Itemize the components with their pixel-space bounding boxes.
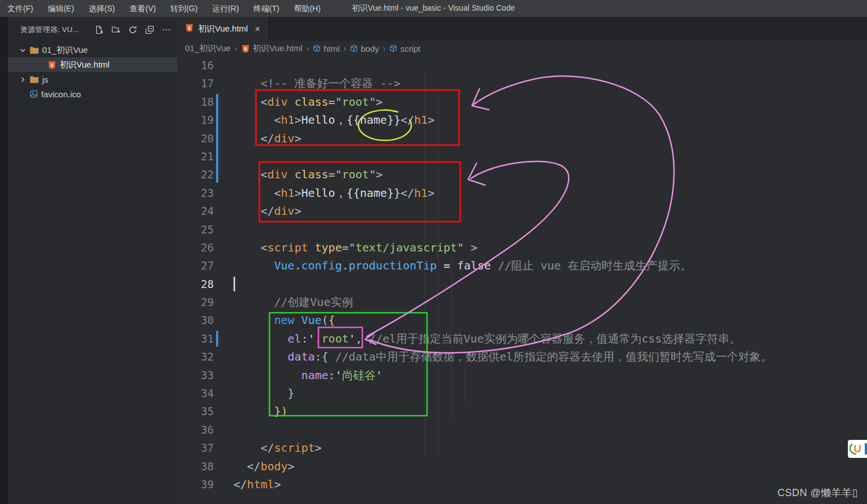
- line-number: 39: [177, 475, 214, 493]
- menu-bar: 文件(F)编辑(E)选择(S)查看(V)转到(G)运行(R)终端(T)帮助(H): [0, 0, 328, 17]
- line-content: }): [233, 402, 287, 420]
- more-actions-icon[interactable]: ⋯: [161, 25, 172, 35]
- code-line-37[interactable]: 37 </script>: [177, 439, 867, 457]
- explorer-sidebar: 资源管理器: VU... ⋯ 01_初识Vue5初识Vue.htmljsfavi…: [8, 17, 177, 504]
- code-line-21[interactable]: 21: [177, 147, 867, 165]
- line-content: //创建Vue实例: [233, 293, 353, 311]
- code-line-26[interactable]: 26 <script type="text/javascript" >: [177, 238, 867, 256]
- code-line-20[interactable]: 20 </div>: [177, 129, 867, 147]
- line-content: </body>: [233, 457, 294, 475]
- line-number: 23: [177, 184, 214, 202]
- tree-item-01_初识Vue[interactable]: 01_初识Vue: [8, 43, 177, 57]
- menu-item-6[interactable]: 终端(T): [246, 0, 287, 17]
- collapse-folders-icon[interactable]: [145, 25, 155, 35]
- cube-icon: [389, 44, 397, 52]
- svg-text:5: 5: [51, 62, 53, 68]
- folder-icon: [30, 76, 39, 83]
- code-line-22[interactable]: 22 <div class="root">: [177, 165, 867, 183]
- breadcrumb-item-html[interactable]: html: [313, 44, 339, 53]
- line-content: }: [233, 384, 294, 402]
- menu-item-2[interactable]: 选择(S): [82, 0, 123, 17]
- code-line-16[interactable]: 16: [177, 56, 867, 74]
- file-tree: 01_初识Vue5初识Vue.htmljsfavicon.ico: [8, 43, 177, 101]
- line-number: 32: [177, 348, 214, 366]
- line-content: </script>: [233, 439, 322, 457]
- close-tab-icon[interactable]: ×: [253, 24, 263, 34]
- line-number: 37: [177, 439, 214, 457]
- html-icon: 5: [241, 44, 250, 53]
- breadcrumb-label: 01_初识Vue: [185, 43, 231, 54]
- logo-text-sliver: [865, 443, 867, 454]
- new-folder-icon[interactable]: [111, 25, 121, 35]
- menu-item-4[interactable]: 转到(G): [163, 0, 205, 17]
- line-number: 38: [177, 457, 214, 475]
- code-line-24[interactable]: 24 </div>: [177, 202, 867, 220]
- menu-item-5[interactable]: 运行(R): [205, 0, 246, 17]
- breadcrumb: 01_初识Vue›5初识Vue.html›html›body›script: [177, 40, 867, 56]
- cube-icon: [313, 44, 321, 52]
- menu-item-3[interactable]: 查看(V): [122, 0, 163, 17]
- logo-green-arc: [850, 442, 864, 456]
- line-number: 29: [177, 293, 214, 311]
- code-line-35[interactable]: 35 }): [177, 402, 867, 420]
- line-number: 35: [177, 402, 214, 420]
- code-line-33[interactable]: 33 name:'尚硅谷': [177, 366, 867, 384]
- code-line-25[interactable]: 25: [177, 220, 867, 238]
- code-line-23[interactable]: 23 <h1>Hello，{{name}}</h1>: [177, 184, 867, 202]
- tree-item-js[interactable]: js: [8, 72, 177, 87]
- line-content: </div>: [233, 202, 301, 220]
- line-number: 36: [177, 421, 214, 439]
- breadcrumb-label: script: [400, 44, 420, 53]
- refresh-icon[interactable]: [128, 25, 138, 35]
- breadcrumb-item-body[interactable]: body: [350, 44, 379, 53]
- code-line-28[interactable]: 28: [177, 275, 867, 293]
- menu-item-7[interactable]: 帮助(H): [286, 0, 327, 17]
- image-icon: [30, 90, 38, 98]
- line-content: <div class="root">: [233, 93, 383, 111]
- tab-chushi-vue-html[interactable]: 5 初识Vue.html ×: [177, 17, 269, 40]
- breadcrumb-item-01_初识Vue[interactable]: 01_初识Vue: [185, 43, 231, 54]
- tree-item-favicon.ico[interactable]: favicon.ico: [8, 87, 177, 101]
- breadcrumb-label: 初识Vue.html: [253, 43, 303, 54]
- line-content: new Vue({: [233, 311, 335, 329]
- code-line-36[interactable]: 36: [177, 421, 867, 439]
- code-line-38[interactable]: 38 </body>: [177, 457, 867, 475]
- breadcrumb-item-script[interactable]: script: [389, 44, 420, 53]
- tree-item-初识Vue.html[interactable]: 5初识Vue.html: [8, 57, 177, 72]
- csdn-watermark: CSDN @懒羊羊▯: [778, 486, 858, 500]
- line-content: <script type="text/javascript" >: [233, 238, 478, 256]
- menu-item-1[interactable]: 编辑(E): [41, 0, 82, 17]
- code-line-18[interactable]: 18 <div class="root">: [177, 93, 867, 111]
- chevron-right-icon: [19, 76, 26, 83]
- breadcrumb-item-初识Vue.html[interactable]: 5初识Vue.html: [241, 43, 303, 54]
- svg-text:5: 5: [244, 46, 247, 51]
- code-line-29[interactable]: 29 //创建Vue实例: [177, 293, 867, 311]
- tree-item-label: js: [42, 75, 48, 84]
- code-line-27[interactable]: 27 Vue.config.productionTip = false //阻止…: [177, 256, 867, 274]
- line-number: 22: [177, 165, 214, 183]
- code-line-31[interactable]: 31 el:'.root', //el用于指定当前Vue实例为哪个容器服务，值通…: [177, 330, 867, 348]
- line-content: </div>: [233, 129, 301, 147]
- breadcrumb-separator: ›: [344, 44, 347, 53]
- tree-item-label: 初识Vue.html: [60, 60, 110, 70]
- code-line-34[interactable]: 34 }: [177, 384, 867, 402]
- line-number: 24: [177, 202, 214, 220]
- tab-label: 初识Vue.html: [198, 24, 248, 34]
- line-content: </html>: [233, 475, 281, 493]
- line-number: 27: [177, 256, 214, 274]
- line-number: 19: [177, 111, 214, 129]
- line-number: 30: [177, 311, 214, 329]
- code-line-30[interactable]: 30 new Vue({: [177, 311, 867, 329]
- html-icon: 5: [48, 61, 56, 69]
- code-line-19[interactable]: 19 <h1>Hello，{{name}}</h1>: [177, 111, 867, 129]
- code-line-32[interactable]: 32 data:{ //data中用于存储数据，数据供el所指定的容器去使用，值…: [177, 348, 867, 366]
- code-line-39[interactable]: 39</html>: [177, 475, 867, 493]
- code-line-17[interactable]: 17 <!-- 准备好一个容器 -->: [177, 74, 867, 92]
- code-editor[interactable]: 1617 <!-- 准备好一个容器 -->18 <div class="root…: [177, 56, 867, 504]
- cube-icon: [350, 44, 358, 52]
- line-content: name:'尚硅谷': [233, 366, 383, 384]
- line-content: el:'.root', //el用于指定当前Vue实例为哪个容器服务，值通常为c…: [233, 330, 740, 348]
- tree-item-label: favicon.ico: [41, 89, 81, 99]
- new-file-icon[interactable]: [94, 25, 104, 35]
- menu-item-0[interactable]: 文件(F): [0, 0, 41, 17]
